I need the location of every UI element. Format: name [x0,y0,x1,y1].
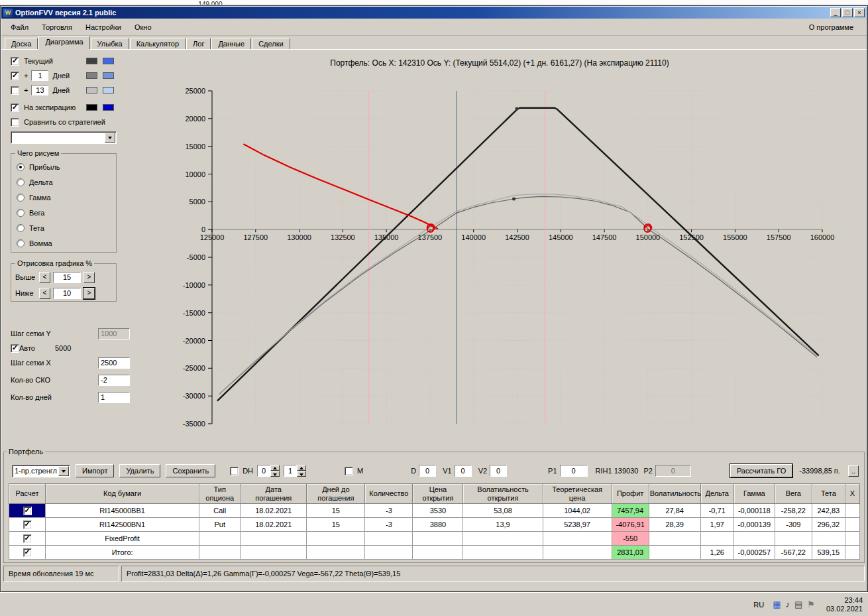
dh-spinner-1-input[interactable] [257,465,270,477]
tab-dannye[interactable]: Данные [211,38,251,49]
table-cell: 13,9 [463,518,543,532]
volume-icon[interactable]: ♪ [785,599,790,610]
tab-log[interactable]: Лог [186,38,211,49]
flag-icon[interactable]: ⚑ [807,599,815,610]
radio-theta-dot[interactable] [17,224,25,232]
radio-vomma-dot[interactable] [17,239,25,247]
dh-spinner-2-input[interactable] [284,465,297,477]
tab-ulybka[interactable]: Улыбка [91,38,129,49]
tab-doska[interactable]: Доска [5,38,38,49]
row-select-cell[interactable] [9,504,46,518]
document-icon[interactable]: ▤ [794,599,802,610]
above-decrement-button[interactable]: < [39,272,50,283]
row-select-cell[interactable] [9,546,46,560]
plus13-days-input[interactable] [31,85,48,95]
maximize-button[interactable]: □ [842,8,853,17]
plus13-swatches [86,87,114,93]
spin-down-icon[interactable] [297,471,306,477]
m-checkbox[interactable] [345,467,353,475]
current-checkbox[interactable] [11,57,19,66]
below-increment-button[interactable]: > [83,288,95,299]
tab-sdelki[interactable]: Сделки [252,38,290,49]
days-input[interactable] [98,392,130,403]
x-tick-label: 137500 [418,233,443,241]
close-button[interactable]: × [854,8,865,17]
delete-button[interactable]: Удалить [119,464,160,477]
radio-profit-dot[interactable] [17,163,25,171]
import-button[interactable]: Импорт [76,464,114,477]
below-percent-input[interactable] [53,288,81,299]
auto-checkbox[interactable] [11,344,19,353]
language-indicator[interactable]: RU [753,601,764,609]
grid-x-input[interactable] [98,357,130,369]
radio-delta[interactable]: Дельта [15,174,112,190]
column-header: Дней до погашения [307,484,365,504]
taskbar-clock[interactable]: 23:44 03.02.2021 [821,596,863,613]
menu-about[interactable]: О программе [805,21,857,33]
row-checkbox[interactable] [23,548,32,557]
more-button[interactable]: .. [848,465,859,477]
menu-trading[interactable]: Торговля [35,21,79,33]
radio-gamma[interactable]: Гамма [15,190,112,205]
radio-gamma-dot[interactable] [17,194,25,202]
v1-input[interactable] [455,465,472,477]
menu-file[interactable]: Файл [4,21,35,33]
row-checkbox[interactable] [23,521,32,529]
above-percent-input[interactable] [53,272,81,283]
plus1-checkbox[interactable] [11,72,19,80]
computer-icon[interactable]: ▦ [773,599,781,610]
radio-vomma[interactable]: Вомма [15,235,112,251]
radio-vega[interactable]: Вега [15,205,112,220]
dh-spinner-1-arrows[interactable] [270,465,280,477]
plus13-prefix: + [24,86,28,94]
table-cell [543,546,612,560]
sko-input[interactable] [98,375,130,386]
column-header: Волатильность [649,484,700,504]
spin-up-icon[interactable] [270,465,280,471]
above-increment-button[interactable]: > [83,272,95,283]
v2-input[interactable] [490,465,507,477]
minimize-button[interactable]: _ [830,8,841,17]
below-decrement-button[interactable]: < [39,288,50,299]
dh-checkbox[interactable] [230,467,239,475]
save-button[interactable]: Сохранить [166,464,215,477]
spin-up-icon[interactable] [297,465,306,471]
table-cell: 15 [307,518,365,532]
profit-chart[interactable]: -35000-30000-25000-20000-15000-10000-500… [134,76,865,442]
go-value: -33998,85 п. [799,467,840,475]
spin-down-icon[interactable] [270,471,280,477]
radio-vega-dot[interactable] [17,209,25,217]
tab-diagramma[interactable]: Диаграмма [38,36,89,49]
strategy-combobox[interactable] [11,131,117,144]
radio-profit[interactable]: Прибыль [15,159,112,174]
table-cell: -258,22 [775,504,812,518]
p1-input[interactable] [560,465,588,477]
radio-delta-dot[interactable] [17,178,25,186]
plus13-checkbox[interactable] [11,86,19,95]
compare-checkbox[interactable] [11,118,19,127]
radio-theta[interactable]: Тета [15,220,112,235]
days-label: Кол-во дней [11,393,98,401]
radio-delta-label: Дельта [29,178,53,186]
row-checkbox[interactable] [23,507,32,515]
draw-group: Чего рисуем Прибыль Дельта Гамма [11,149,117,253]
expiration-checkbox[interactable] [11,103,19,112]
preset-dropdown-icon[interactable] [58,466,69,476]
row-select-cell[interactable] [9,532,46,546]
menu-window[interactable]: Окно [128,21,158,33]
row-select-cell[interactable] [9,518,46,532]
combo-dropdown-icon[interactable] [105,133,115,143]
dh-spinner-2-arrows[interactable] [297,465,306,477]
dh-spinner-1[interactable] [257,465,280,477]
radio-vega-label: Вега [29,209,44,217]
dh-spinner-2[interactable] [284,465,306,477]
tab-kalkulyator[interactable]: Калькулятор [130,38,186,49]
profit-cell: -550 [612,532,649,546]
menu-settings[interactable]: Настройки [79,21,128,33]
row-checkbox[interactable] [23,534,32,543]
series-red-annotation [243,144,437,229]
portfolio-preset-combobox[interactable]: 1-пр.стренгл [12,465,70,477]
plus1-days-input[interactable] [31,70,48,81]
d-input[interactable] [419,465,436,477]
calc-go-button[interactable]: Рассчитать ГО [730,464,792,477]
